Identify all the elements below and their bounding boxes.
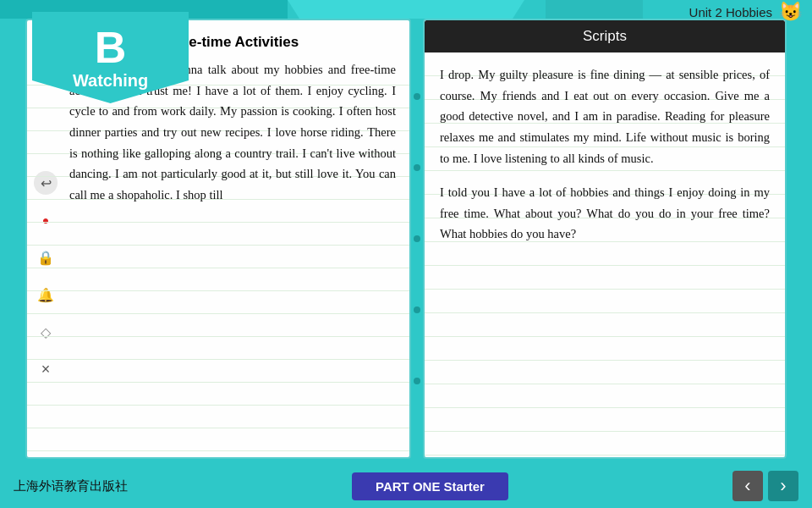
panel-divider [411, 19, 423, 459]
scripts-header: Scripts [425, 20, 785, 52]
scripts-para-1: I drop. My guilty pleasure is fine dinin… [440, 64, 770, 168]
scripts-para-2: I told you I have a lot of hobbies and t… [440, 182, 770, 245]
divider-dot-1 [414, 93, 420, 100]
undo-icon[interactable]: ↩ [34, 171, 58, 195]
lock1-icon[interactable]: 🔒 [34, 246, 58, 269]
bottom-bar: 上海外语教育出版社 PART ONE Starter ‹ › [0, 464, 812, 508]
right-panel-body: I drop. My guilty pleasure is fine dinin… [425, 52, 785, 457]
divider-dot-4 [414, 306, 420, 313]
nav-buttons: ‹ › [732, 471, 798, 501]
lock2-icon[interactable]: 🔔 [34, 283, 58, 306]
scripts-content: I drop. My guilty pleasure is fine dinin… [425, 52, 785, 257]
publisher-label: 上海外语教育出版社 [14, 478, 128, 494]
divider-dot-3 [414, 235, 420, 242]
close-icon[interactable]: × [34, 357, 58, 381]
diamond-icon[interactable]: ◇ [34, 320, 58, 344]
divider-dot-5 [414, 378, 420, 384]
deco-top-mid [288, 0, 524, 19]
watching-label: Watching [73, 71, 148, 91]
part-label: PART ONE Starter [352, 472, 508, 500]
b-letter: B [95, 25, 127, 69]
tool-icons: ↩ ● 🔒 🔔 ◇ × [34, 171, 58, 381]
prev-button[interactable]: ‹ [732, 471, 763, 501]
divider-dot-2 [414, 164, 420, 171]
unit-label: Unit 2 Hobbies [689, 5, 772, 19]
right-panel: Scripts I drop. My guilty pleasure is fi… [423, 19, 787, 459]
red-circle-icon[interactable]: ● [34, 208, 58, 232]
next-button[interactable]: › [768, 471, 798, 501]
